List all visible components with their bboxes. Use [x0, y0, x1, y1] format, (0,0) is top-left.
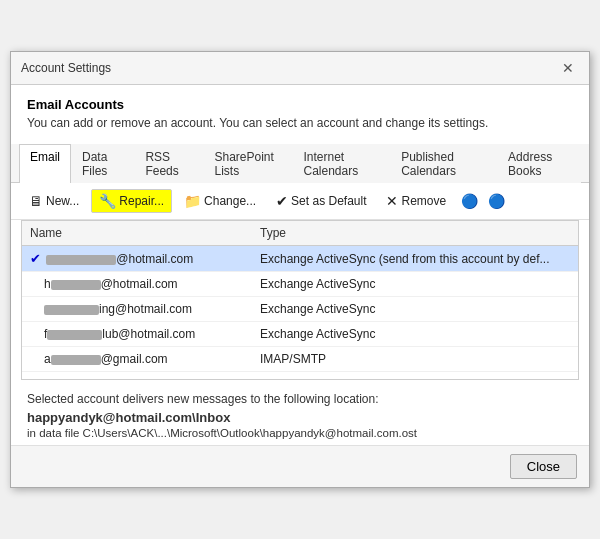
blurred-name	[46, 255, 116, 265]
table-row[interactable]: ✔ @hotmail.com Exchange ActiveSync (send…	[22, 246, 578, 272]
repair-button[interactable]: 🔧 Repair...	[91, 189, 172, 213]
account-name-cell: h@hotmail.com	[22, 275, 252, 293]
new-button[interactable]: 🖥 New...	[21, 189, 87, 213]
table-header: Name Type	[22, 221, 578, 246]
table-row[interactable]: a@gmail.com IMAP/SMTP	[22, 347, 578, 372]
remove-label: Remove	[401, 194, 446, 208]
remove-button[interactable]: ✕ Remove	[378, 189, 454, 213]
change-icon: 📁	[184, 193, 201, 209]
tab-data-files[interactable]: Data Files	[71, 144, 134, 183]
account-type-cell: Exchange ActiveSync	[252, 275, 578, 293]
default-label: Set as Default	[291, 194, 366, 208]
default-icon: ✔	[276, 193, 288, 209]
close-button[interactable]: Close	[510, 454, 577, 479]
accounts-table: Name Type ✔ @hotmail.com Exchange Active…	[21, 220, 579, 380]
account-type-cell: Exchange ActiveSync	[252, 325, 578, 343]
table-body: ✔ @hotmail.com Exchange ActiveSync (send…	[22, 246, 578, 372]
table-row[interactable]: ing@hotmail.com Exchange ActiveSync	[22, 297, 578, 322]
repair-label: Repair...	[119, 194, 164, 208]
change-label: Change...	[204, 194, 256, 208]
col-header-type: Type	[252, 224, 578, 242]
blurred-name	[44, 305, 99, 315]
tab-sharepoint-lists[interactable]: SharePoint Lists	[203, 144, 292, 183]
tab-bar: Email Data Files RSS Feeds SharePoint Li…	[11, 144, 589, 183]
tab-address-books[interactable]: Address Books	[497, 144, 581, 183]
change-button[interactable]: 📁 Change...	[176, 189, 264, 213]
repair-icon: 🔧	[99, 193, 116, 209]
account-name-cell: a@gmail.com	[22, 350, 252, 368]
account-type-cell: Exchange ActiveSync (send from this acco…	[252, 250, 578, 268]
section-header: Email Accounts You can add or remove an …	[11, 85, 589, 134]
title-bar: Account Settings ✕	[11, 52, 589, 85]
move-down-button[interactable]: 🔵	[485, 191, 508, 211]
section-title: Email Accounts	[27, 97, 573, 112]
account-name-cell: ing@hotmail.com	[22, 300, 252, 318]
new-icon: 🖥	[29, 193, 43, 209]
footer-filepath: in data file C:\Users\ACK\...\Microsoft\…	[27, 427, 573, 439]
table-row[interactable]: h@hotmail.com Exchange ActiveSync	[22, 272, 578, 297]
check-icon: ✔	[30, 251, 41, 266]
section-description: You can add or remove an account. You ca…	[27, 116, 573, 130]
tab-published-calendars[interactable]: Published Calendars	[390, 144, 497, 183]
col-header-name: Name	[22, 224, 252, 242]
tab-email[interactable]: Email	[19, 144, 71, 183]
table-row[interactable]: flub@hotmail.com Exchange ActiveSync	[22, 322, 578, 347]
account-type-cell: Exchange ActiveSync	[252, 300, 578, 318]
dialog-footer: Close	[11, 445, 589, 487]
remove-icon: ✕	[386, 193, 398, 209]
blurred-name	[51, 355, 101, 365]
dialog-title: Account Settings	[21, 61, 111, 75]
set-default-button[interactable]: ✔ Set as Default	[268, 189, 374, 213]
new-label: New...	[46, 194, 79, 208]
account-name-cell: ✔ @hotmail.com	[22, 249, 252, 268]
tab-internet-calendars[interactable]: Internet Calendars	[292, 144, 390, 183]
blurred-name	[47, 330, 102, 340]
footer-location: happyandyk@hotmail.com\Inbox	[27, 410, 573, 425]
move-up-button[interactable]: 🔵	[458, 191, 481, 211]
footer-description: Selected account delivers new messages t…	[27, 392, 573, 406]
toolbar: 🖥 New... 🔧 Repair... 📁 Change... ✔ Set a…	[11, 183, 589, 220]
tab-rss-feeds[interactable]: RSS Feeds	[134, 144, 203, 183]
blurred-name	[51, 280, 101, 290]
title-close-button[interactable]: ✕	[557, 58, 579, 78]
account-type-cell: IMAP/SMTP	[252, 350, 578, 368]
footer-info: Selected account delivers new messages t…	[11, 380, 589, 445]
account-name-cell: flub@hotmail.com	[22, 325, 252, 343]
account-settings-dialog: Account Settings ✕ Email Accounts You ca…	[10, 51, 590, 488]
